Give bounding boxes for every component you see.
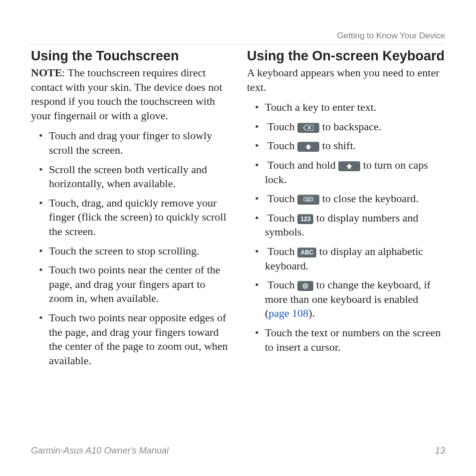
list-item-text: Touch two points near opposite edges of … <box>49 311 228 367</box>
touchscreen-list: Touch and drag your finger to slowly scr… <box>31 129 229 368</box>
abc-icon: ABC <box>297 247 316 257</box>
svg-rect-2 <box>306 198 307 199</box>
list-item-text: Touch the text or numbers on the screen … <box>265 326 441 353</box>
list-item: Touch to close the keyboard. <box>247 192 445 206</box>
list-item-text: to close the keyboard. <box>319 192 419 205</box>
list-item-text: Touch and drag your finger to slowly scr… <box>49 129 212 156</box>
list-item: Scroll the screen both vertically and ho… <box>31 163 229 191</box>
svg-rect-4 <box>309 198 310 199</box>
keyboard-list: Touch a key to enter text. Touch to back… <box>247 100 445 354</box>
list-item-text: Touch <box>267 139 297 152</box>
two-column-layout: Using the Touchscreen NOTE: The touchscr… <box>31 48 445 436</box>
page-number: 13 <box>435 446 445 456</box>
right-heading: Using the On-screen Keyboard <box>247 48 445 64</box>
manual-page: Getting to Know Your Device Using the To… <box>0 0 476 476</box>
svg-rect-1 <box>305 198 306 199</box>
list-item-text: Touch a key to enter text. <box>265 101 376 113</box>
list-item-text: Touch <box>267 278 297 291</box>
note-label: NOTE <box>31 66 62 79</box>
numbers-icon: 123 <box>297 214 313 224</box>
list-item-text: to backspace. <box>319 120 381 133</box>
page-footer: Garmin-Asus A10 Owner's Manual 13 <box>31 446 445 456</box>
list-item-text: Touch <box>267 245 297 257</box>
list-item: Touch the text or numbers on the screen … <box>247 326 445 354</box>
shift-icon <box>297 142 319 152</box>
list-item-text: Touch, drag, and quickly remove your fin… <box>49 197 227 238</box>
right-column: Using the On-screen Keyboard A keyboard … <box>247 48 445 436</box>
keyboard-close-icon <box>297 195 319 205</box>
list-item: Touch the screen to stop scrolling. <box>31 244 229 258</box>
list-item-text: Touch the screen to stop scrolling. <box>49 244 200 257</box>
list-item: Touch two points near the center of the … <box>31 263 229 306</box>
page-reference-link[interactable]: page 108 <box>268 307 308 319</box>
list-item: Touch two points near opposite edges of … <box>31 311 229 368</box>
list-item: Touch and drag your finger to slowly scr… <box>31 129 229 157</box>
list-item: Touch a key to enter text. <box>247 100 445 115</box>
section-header: Getting to Know Your Device <box>31 31 445 44</box>
list-item-text: ). <box>308 307 315 319</box>
list-item: Touch and hold to turn on caps lock. <box>247 158 445 187</box>
backspace-icon <box>297 123 319 133</box>
list-item: Touch, drag, and quickly remove your fin… <box>31 196 229 239</box>
list-item-text: Touch two points near the center of the … <box>49 263 221 304</box>
list-item: Touch to shift. <box>247 139 445 153</box>
left-heading: Using the Touchscreen <box>31 48 229 64</box>
svg-rect-3 <box>308 198 309 199</box>
list-item-text: Scroll the screen both vertically and ho… <box>49 163 207 190</box>
list-item-text: to shift. <box>319 139 356 152</box>
right-intro: A keyboard appears when you need to ente… <box>247 66 445 94</box>
manual-title: Garmin-Asus A10 Owner's Manual <box>31 446 169 456</box>
note-paragraph: NOTE: The touchscreen requires direct co… <box>31 66 229 123</box>
svg-rect-5 <box>311 198 312 199</box>
list-item: Touch to backspace. <box>247 120 445 134</box>
list-item-text: Touch <box>267 120 297 133</box>
svg-rect-0 <box>304 197 313 201</box>
globe-icon <box>297 281 313 291</box>
list-item-text: Touch <box>267 192 297 205</box>
list-item: Touch to change the keyboard, if more th… <box>247 278 445 321</box>
shift-icon <box>338 161 360 171</box>
list-item: Touch ABC to display an alphabetic keybo… <box>247 244 445 273</box>
list-item: Touch 123 to display numbers and symbols… <box>247 211 445 239</box>
svg-rect-6 <box>306 200 311 201</box>
left-column: Using the Touchscreen NOTE: The touchscr… <box>31 48 229 436</box>
list-item-text: Touch and hold <box>267 159 338 171</box>
list-item-text: Touch <box>267 212 297 224</box>
